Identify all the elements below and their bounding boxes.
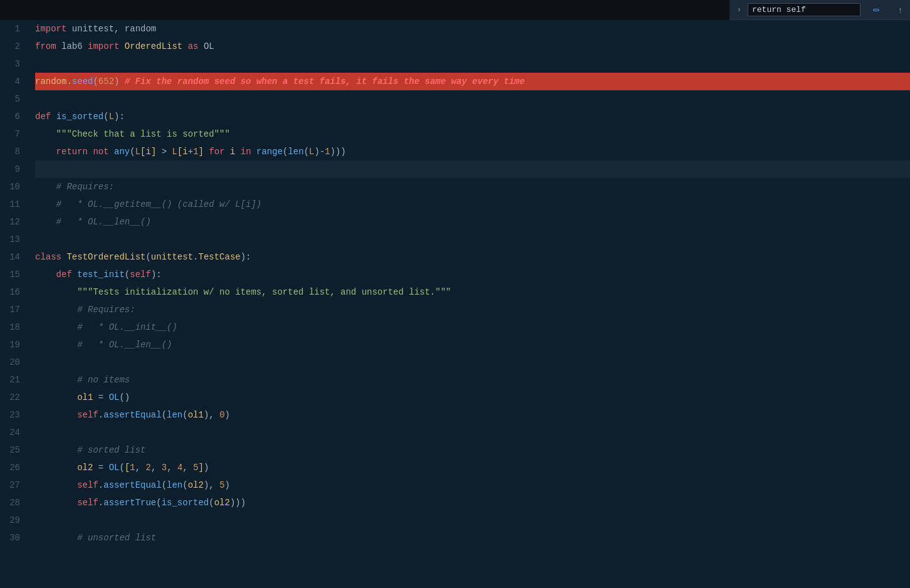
line-number: 9	[5, 160, 20, 178]
code-line: self.assertEqual(len(ol2), 5)	[35, 476, 910, 494]
line-number: 23	[5, 406, 20, 424]
line-number: 26	[5, 459, 20, 476]
line-number: 29	[5, 512, 20, 529]
line-number: 16	[5, 283, 20, 301]
case-sensitive-button[interactable]	[864, 9, 871, 11]
code-line	[35, 55, 910, 73]
line-number: 22	[5, 389, 20, 406]
line-number: 14	[5, 248, 20, 266]
search-bar: › ↑	[730, 0, 910, 20]
line-number: 21	[5, 371, 20, 389]
code-line: import unittest, random	[35, 20, 910, 38]
code-line: random.seed(652) # Fix the random seed s…	[35, 73, 910, 90]
code-editor: 1234567891011121314151617181920212223242…	[0, 20, 910, 588]
code-content[interactable]: import unittest, randomfrom lab6 import …	[30, 20, 910, 588]
code-line: """Check that a list is sorted"""	[35, 125, 910, 143]
code-line: # unsorted list	[35, 529, 910, 547]
code-line: # * OL.__len__()	[35, 213, 910, 231]
code-line: self.assertTrue(is_sorted(ol2)))	[35, 494, 910, 512]
code-line	[35, 424, 910, 441]
code-line: def is_sorted(L):	[35, 108, 910, 125]
line-number: 11	[5, 196, 20, 213]
code-line: return not any(L[i] > L[i+1] for i in ra…	[35, 143, 910, 160]
code-line: # * OL.__len__()	[35, 336, 910, 354]
chevron-right-icon[interactable]: ›	[735, 4, 744, 16]
line-number: 2	[5, 38, 20, 55]
whole-word-button[interactable]	[873, 9, 879, 11]
code-line: from lab6 import OrderedList as OL	[35, 38, 910, 55]
code-line	[35, 90, 910, 108]
code-container: 1234567891011121314151617181920212223242…	[0, 20, 910, 588]
code-line: """Tests initialization w/ no items, sor…	[35, 283, 910, 301]
code-line: def test_init(self):	[35, 266, 910, 283]
code-line: self.assertEqual(len(ol1), 0)	[35, 406, 910, 424]
search-options	[864, 9, 888, 11]
search-input[interactable]	[748, 3, 860, 16]
line-number: 18	[5, 318, 20, 336]
line-number: 3	[5, 55, 20, 73]
line-number: 15	[5, 266, 20, 283]
code-line: ol2 = OL([1, 2, 3, 4, 5])	[35, 459, 910, 476]
code-line: # * OL.__getitem__() (called w/ L[i])	[35, 196, 910, 213]
line-number: 20	[5, 354, 20, 371]
line-number: 19	[5, 336, 20, 354]
code-line	[35, 160, 910, 178]
code-line	[35, 354, 910, 371]
code-line	[35, 512, 910, 529]
code-line: # sorted list	[35, 441, 910, 459]
line-number: 13	[5, 231, 20, 248]
line-number: 5	[5, 90, 20, 108]
code-line: # * OL.__init__()	[35, 318, 910, 336]
line-number: 1	[5, 20, 20, 38]
code-line: # Requires:	[35, 178, 910, 196]
line-number: 30	[5, 529, 20, 547]
code-line: # no items	[35, 371, 910, 389]
line-number: 12	[5, 213, 20, 231]
code-line: # Requires:	[35, 301, 910, 318]
line-number: 24	[5, 424, 20, 441]
code-line	[35, 231, 910, 248]
line-number: 17	[5, 301, 20, 318]
line-number: 10	[5, 178, 20, 196]
line-number: 28	[5, 494, 20, 512]
search-up-button[interactable]: ↑	[896, 4, 905, 16]
line-number: 8	[5, 143, 20, 160]
line-number: 6	[5, 108, 20, 125]
code-line: ol1 = OL()	[35, 389, 910, 406]
line-number: 7	[5, 125, 20, 143]
code-line: class TestOrderedList(unittest.TestCase)…	[35, 248, 910, 266]
line-number: 25	[5, 441, 20, 459]
line-numbers: 1234567891011121314151617181920212223242…	[0, 20, 30, 588]
line-number: 4	[5, 73, 20, 90]
regex-button[interactable]	[882, 9, 888, 11]
line-number: 27	[5, 476, 20, 494]
